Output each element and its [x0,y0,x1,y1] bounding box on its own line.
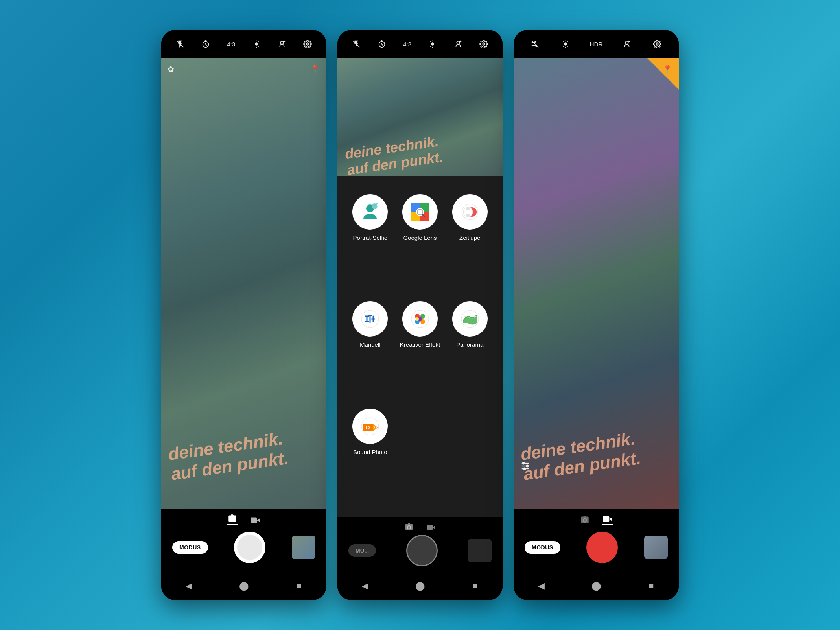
modus-button-faded[interactable]: MO... [348,544,376,557]
mode-creative-effect[interactable]: Kreativer Effekt [395,295,445,354]
slow-label: Zeitlupe [459,234,480,241]
portrait-icon [352,194,388,230]
right-shutter-row: MODUS [514,529,679,569]
svg-point-5 [306,43,309,45]
flash-icon[interactable] [173,37,187,51]
lens-label: Google Lens [403,234,437,241]
modus-button-right[interactable]: MODUS [525,541,560,554]
gallery-thumbnail-right[interactable] [644,536,668,559]
flash-icon-mid[interactable] [349,37,363,51]
right-viewfinder-text: deine technik. auf den punkt. [514,423,679,485]
svg-marker-51 [433,525,435,529]
svg-point-56 [628,41,630,42]
svg-point-49 [367,426,369,429]
mid-photo-tab[interactable] [404,523,414,531]
creative-icon [402,301,438,337]
modus-button[interactable]: MODUS [172,541,208,554]
wind-off-icon[interactable] [528,37,542,51]
middle-viewfinder: deine technik. auf den punkt. [337,58,503,176]
svg-point-17 [374,204,376,206]
svg-point-2 [255,42,258,45]
orange-corner [647,58,679,90]
face-retouch-icon[interactable] [275,37,289,51]
shutter-button-right[interactable] [586,532,618,563]
svg-marker-7 [257,518,260,522]
shutter-row: MODUS [161,529,326,569]
back-button[interactable]: ◀ [180,577,197,595]
manual-label: Manuell [360,341,381,348]
svg-point-12 [457,41,459,44]
photo-tab-right[interactable] [580,514,590,525]
timer-icon-mid[interactable] [375,37,389,51]
aspect-ratio-label[interactable]: 4:3 [224,37,238,51]
portrait-label: Porträt-Selfie [353,234,388,241]
gallery-thumbnail-mid[interactable] [468,539,492,562]
location-icon-right[interactable]: 📍 [663,64,672,74]
svg-point-57 [656,43,658,45]
lens-icon [402,194,438,230]
svg-point-11 [431,42,434,45]
settings-icon[interactable] [300,37,315,51]
manual-icon [352,301,388,337]
phones-container: 4:3 ✿ 📍 deine technik. auf den punkt. [161,30,679,600]
settings-icon-right[interactable] [650,37,664,51]
shutter-button-mid[interactable] [406,535,438,566]
svg-point-3 [280,41,283,44]
panorama-label: Panorama [456,341,483,348]
face-retouch-icon-right[interactable] [620,37,634,51]
gallery-thumbnail[interactable] [292,536,315,559]
sound-icon [352,409,388,444]
svg-point-14 [483,43,485,45]
mid-navbar: ◀ ⬤ ■ [337,572,503,600]
mode-panorama[interactable]: Panorama [445,295,495,354]
mid-viewfinder-text: deine technik. auf den punkt. [337,124,503,176]
mode-modal: Porträt-Selfie Google Lens [337,176,503,517]
panorama-icon [452,301,488,337]
svg-point-43 [416,317,419,321]
video-tab-right[interactable] [602,514,613,525]
hdr-label[interactable]: HDR [589,37,603,51]
left-viewfinder: ✿ 📍 deine technik. auf den punkt. [161,58,326,509]
mode-google-lens[interactable]: Google Lens [395,188,445,247]
mode-tabs [161,514,326,525]
mode-portrait-selfie[interactable]: Porträt-Selfie [345,188,395,247]
timer-icon[interactable] [199,37,213,51]
left-phone: 4:3 ✿ 📍 deine technik. auf den punkt. [161,30,326,600]
settings-icon-mid[interactable] [477,37,491,51]
sound-photo-label: Sound Photo [353,449,387,455]
home-button[interactable]: ⬤ [235,577,252,595]
video-tab[interactable] [250,514,260,525]
middle-topbar: 4:3 [337,30,503,58]
left-topbar: 4:3 [161,30,326,58]
recent-button[interactable]: ■ [290,577,308,595]
face-retouch-icon-mid[interactable] [451,37,465,51]
aspect-ratio-mid[interactable]: 4:3 [400,37,414,51]
shutter-inner [237,535,262,560]
mode-slow-motion[interactable]: Zeitlupe [445,188,495,247]
brightness-icon-mid[interactable] [426,37,440,51]
location-icon[interactable]: 📍 [310,64,320,74]
svg-marker-65 [609,517,612,521]
macro-icon[interactable]: ✿ [168,64,174,74]
mid-shutter-row: MO... [337,532,503,570]
brightness-icon-right[interactable] [558,37,573,51]
mode-manual[interactable]: Manuell [345,295,395,354]
mid-mode-tabs [337,519,503,532]
right-phone: HDR 📍 deine technik. auf den punkt. [514,30,679,600]
back-button-right[interactable]: ◀ [532,577,550,595]
svg-point-13 [460,41,461,42]
back-button-mid[interactable]: ◀ [356,577,374,595]
recent-button-mid[interactable]: ■ [466,577,484,595]
home-button-right[interactable]: ⬤ [588,577,605,595]
home-button-mid[interactable]: ⬤ [411,577,429,595]
left-bottombar: MODUS [161,509,326,572]
brightness-icon[interactable] [249,37,263,51]
middle-phone: 4:3 deine technik. auf den punkt. [337,30,503,600]
svg-rect-52 [427,525,433,530]
mid-video-tab[interactable] [426,523,436,531]
shutter-button[interactable] [234,532,265,563]
recent-button-right[interactable]: ■ [643,577,660,595]
right-mode-tabs [514,514,679,525]
photo-tab[interactable] [227,514,238,525]
mode-sound-photo[interactable]: Sound Photo [345,402,395,462]
